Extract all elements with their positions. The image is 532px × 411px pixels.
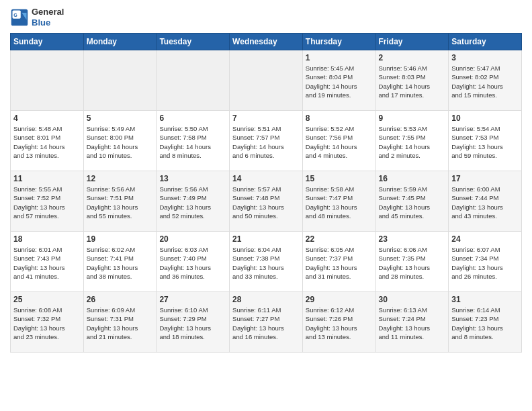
svg-text:G: G <box>13 13 17 17</box>
calendar-cell: 30Sunrise: 6:13 AM Sunset: 7:24 PM Dayli… <box>375 292 449 353</box>
calendar-cell <box>230 50 303 111</box>
calendar-cell <box>83 50 157 111</box>
page-header: G General Blue <box>10 7 522 28</box>
calendar-cell: 28Sunrise: 6:11 AM Sunset: 7:27 PM Dayli… <box>230 292 303 353</box>
calendar-cell: 13Sunrise: 5:56 AM Sunset: 7:49 PM Dayli… <box>157 171 230 232</box>
day-info: Sunrise: 5:54 AM Sunset: 7:53 PM Dayligh… <box>451 124 519 160</box>
day-number: 1 <box>306 53 373 62</box>
day-info: Sunrise: 6:11 AM Sunset: 7:27 PM Dayligh… <box>232 306 300 341</box>
day-number: 5 <box>87 113 154 123</box>
calendar-cell: 22Sunrise: 6:05 AM Sunset: 7:37 PM Dayli… <box>302 232 375 292</box>
column-header-friday: Friday <box>375 34 449 50</box>
day-info: Sunrise: 6:02 AM Sunset: 7:41 PM Dayligh… <box>87 245 154 281</box>
day-number: 8 <box>306 113 373 123</box>
day-number: 3 <box>451 53 519 62</box>
calendar-cell: 21Sunrise: 6:04 AM Sunset: 7:38 PM Dayli… <box>230 232 303 292</box>
calendar-cell: 27Sunrise: 6:10 AM Sunset: 7:29 PM Dayli… <box>157 292 230 353</box>
day-info: Sunrise: 5:58 AM Sunset: 7:47 PM Dayligh… <box>306 185 373 220</box>
calendar-cell: 15Sunrise: 5:58 AM Sunset: 7:47 PM Dayli… <box>302 171 375 232</box>
day-info: Sunrise: 6:03 AM Sunset: 7:40 PM Dayligh… <box>159 245 226 281</box>
day-number: 25 <box>13 295 81 304</box>
day-number: 23 <box>379 234 446 244</box>
day-number: 14 <box>232 174 300 183</box>
calendar-cell: 23Sunrise: 6:06 AM Sunset: 7:35 PM Dayli… <box>375 232 449 292</box>
day-number: 9 <box>379 113 446 123</box>
calendar-cell: 16Sunrise: 5:59 AM Sunset: 7:45 PM Dayli… <box>375 171 449 232</box>
day-number: 22 <box>306 234 373 244</box>
calendar-cell: 10Sunrise: 5:54 AM Sunset: 7:53 PM Dayli… <box>449 111 522 171</box>
calendar-table: SundayMondayTuesdayWednesdayThursdayFrid… <box>10 33 522 353</box>
calendar-cell: 1Sunrise: 5:45 AM Sunset: 8:04 PM Daylig… <box>302 50 375 111</box>
day-info: Sunrise: 6:07 AM Sunset: 7:34 PM Dayligh… <box>451 245 519 281</box>
day-info: Sunrise: 6:13 AM Sunset: 7:24 PM Dayligh… <box>379 306 446 341</box>
day-number: 27 <box>159 295 226 304</box>
column-header-wednesday: Wednesday <box>230 34 303 50</box>
calendar-cell: 3Sunrise: 5:47 AM Sunset: 8:02 PM Daylig… <box>449 50 522 111</box>
calendar-cell: 18Sunrise: 6:01 AM Sunset: 7:43 PM Dayli… <box>11 232 84 292</box>
day-info: Sunrise: 6:14 AM Sunset: 7:23 PM Dayligh… <box>451 306 519 341</box>
day-number: 11 <box>13 174 81 183</box>
day-number: 7 <box>232 113 300 123</box>
day-info: Sunrise: 5:53 AM Sunset: 7:55 PM Dayligh… <box>379 124 446 160</box>
day-number: 4 <box>13 113 81 123</box>
day-number: 31 <box>451 295 519 304</box>
column-header-thursday: Thursday <box>302 34 375 50</box>
day-number: 17 <box>451 174 519 183</box>
calendar-cell: 12Sunrise: 5:56 AM Sunset: 7:51 PM Dayli… <box>83 171 157 232</box>
day-info: Sunrise: 5:57 AM Sunset: 7:48 PM Dayligh… <box>232 185 300 220</box>
day-info: Sunrise: 5:49 AM Sunset: 8:00 PM Dayligh… <box>87 124 154 160</box>
day-number: 26 <box>87 295 154 304</box>
day-number: 6 <box>159 113 226 123</box>
day-info: Sunrise: 5:45 AM Sunset: 8:04 PM Dayligh… <box>306 64 373 99</box>
day-info: Sunrise: 5:50 AM Sunset: 7:58 PM Dayligh… <box>159 124 226 160</box>
calendar-cell: 19Sunrise: 6:02 AM Sunset: 7:41 PM Dayli… <box>83 232 157 292</box>
column-header-saturday: Saturday <box>449 34 522 50</box>
calendar-cell: 2Sunrise: 5:46 AM Sunset: 8:03 PM Daylig… <box>375 50 449 111</box>
calendar-cell: 7Sunrise: 5:51 AM Sunset: 7:57 PM Daylig… <box>230 111 303 171</box>
column-header-monday: Monday <box>83 34 157 50</box>
day-number: 18 <box>13 234 81 244</box>
day-info: Sunrise: 6:12 AM Sunset: 7:26 PM Dayligh… <box>306 306 373 341</box>
calendar-cell: 20Sunrise: 6:03 AM Sunset: 7:40 PM Dayli… <box>157 232 230 292</box>
calendar-cell: 4Sunrise: 5:48 AM Sunset: 8:01 PM Daylig… <box>11 111 84 171</box>
day-info: Sunrise: 5:52 AM Sunset: 7:56 PM Dayligh… <box>306 124 373 160</box>
logo-icon: G <box>10 8 29 27</box>
calendar-cell: 29Sunrise: 6:12 AM Sunset: 7:26 PM Dayli… <box>302 292 375 353</box>
day-number: 19 <box>87 234 154 244</box>
day-number: 10 <box>451 113 519 123</box>
day-number: 16 <box>379 174 446 183</box>
column-header-sunday: Sunday <box>11 34 84 50</box>
day-number: 24 <box>451 234 519 244</box>
day-info: Sunrise: 6:04 AM Sunset: 7:38 PM Dayligh… <box>232 245 300 281</box>
calendar-cell <box>11 50 84 111</box>
calendar-cell: 31Sunrise: 6:14 AM Sunset: 7:23 PM Dayli… <box>449 292 522 353</box>
calendar-cell: 26Sunrise: 6:09 AM Sunset: 7:31 PM Dayli… <box>83 292 157 353</box>
day-info: Sunrise: 6:01 AM Sunset: 7:43 PM Dayligh… <box>13 245 81 281</box>
day-info: Sunrise: 6:06 AM Sunset: 7:35 PM Dayligh… <box>379 245 446 281</box>
day-info: Sunrise: 5:59 AM Sunset: 7:45 PM Dayligh… <box>379 185 446 220</box>
day-info: Sunrise: 6:05 AM Sunset: 7:37 PM Dayligh… <box>306 245 373 281</box>
day-number: 2 <box>379 53 446 62</box>
day-number: 15 <box>306 174 373 183</box>
day-info: Sunrise: 5:56 AM Sunset: 7:49 PM Dayligh… <box>159 185 226 220</box>
day-info: Sunrise: 5:46 AM Sunset: 8:03 PM Dayligh… <box>379 64 446 99</box>
calendar-cell: 8Sunrise: 5:52 AM Sunset: 7:56 PM Daylig… <box>302 111 375 171</box>
day-number: 20 <box>159 234 226 244</box>
day-info: Sunrise: 5:47 AM Sunset: 8:02 PM Dayligh… <box>451 64 519 99</box>
day-number: 30 <box>379 295 446 304</box>
calendar-cell: 6Sunrise: 5:50 AM Sunset: 7:58 PM Daylig… <box>157 111 230 171</box>
day-info: Sunrise: 5:48 AM Sunset: 8:01 PM Dayligh… <box>13 124 81 160</box>
day-info: Sunrise: 6:09 AM Sunset: 7:31 PM Dayligh… <box>87 306 154 341</box>
logo: G General Blue <box>10 7 64 28</box>
day-number: 28 <box>232 295 300 304</box>
calendar-cell: 9Sunrise: 5:53 AM Sunset: 7:55 PM Daylig… <box>375 111 449 171</box>
day-info: Sunrise: 6:10 AM Sunset: 7:29 PM Dayligh… <box>159 306 226 341</box>
day-info: Sunrise: 5:55 AM Sunset: 7:52 PM Dayligh… <box>13 185 81 220</box>
day-info: Sunrise: 5:56 AM Sunset: 7:51 PM Dayligh… <box>87 185 154 220</box>
day-info: Sunrise: 6:00 AM Sunset: 7:44 PM Dayligh… <box>451 185 519 220</box>
calendar-cell: 14Sunrise: 5:57 AM Sunset: 7:48 PM Dayli… <box>230 171 303 232</box>
day-number: 29 <box>306 295 373 304</box>
day-info: Sunrise: 5:51 AM Sunset: 7:57 PM Dayligh… <box>232 124 300 160</box>
calendar-cell: 5Sunrise: 5:49 AM Sunset: 8:00 PM Daylig… <box>83 111 157 171</box>
day-number: 21 <box>232 234 300 244</box>
